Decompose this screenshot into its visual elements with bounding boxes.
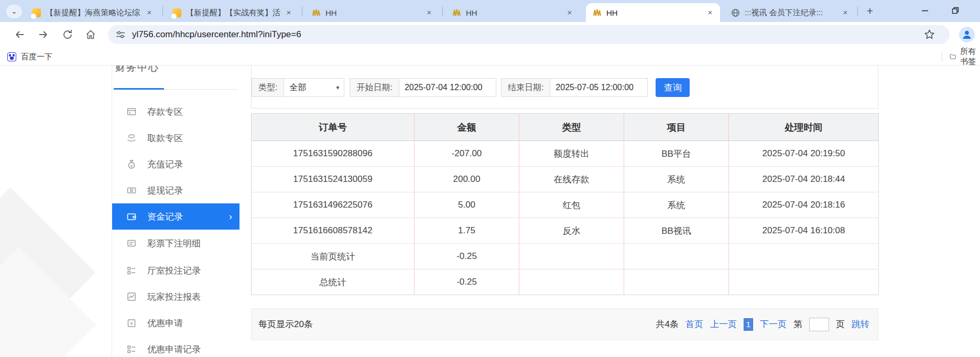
cell-project: BB视讯 [624, 218, 729, 244]
bookmarks-bar: 百度一下 所有书签 [0, 47, 980, 66]
table-row: 1751631524130059 200.00 在线存款 系统 2025-07-… [252, 167, 879, 192]
jump-suffix-label: 页 [836, 318, 845, 330]
sidebar-item-hall-bet-records[interactable]: 厅室投注记录 [112, 257, 239, 284]
tab-hh-2[interactable]: HH × [445, 3, 580, 22]
sidebar-item-funds-records[interactable]: 资金记录 › [112, 203, 239, 230]
close-icon[interactable]: × [565, 8, 574, 17]
new-tab-button[interactable]: + [863, 4, 877, 19]
back-button[interactable] [12, 27, 27, 42]
jump-page-input[interactable] [809, 318, 829, 331]
sidebar-item-label: 取款专区 [147, 132, 183, 144]
sidebar-title: 财务中心 [115, 66, 159, 74]
sidebar: 财务中心 存款专区 取款专区 ¥ [112, 66, 239, 357]
cell-amount: -0.25 [415, 244, 519, 269]
folder-icon [950, 52, 956, 61]
query-button[interactable]: 查询 [656, 78, 690, 97]
tab-search-button[interactable]: ⌄ [6, 5, 22, 18]
next-page-link[interactable]: 下一页 [760, 318, 787, 330]
type-select[interactable]: 全部 ▾ [284, 78, 344, 97]
tab-title: HH [466, 8, 562, 17]
minimize-button[interactable] [913, 0, 937, 21]
start-date-input[interactable] [399, 78, 496, 97]
tab-title: 【新提醒】海燕策略论坛综 [46, 8, 141, 18]
pagination-bar: 每页显示20条 共4条 首页 上一页 1 下一页 第 页 跳转 [251, 308, 878, 340]
forum-icon [172, 8, 181, 17]
back-icon [14, 29, 25, 40]
close-icon[interactable]: × [705, 8, 715, 17]
end-date-label: 结束日期: [501, 78, 550, 97]
cell-type: 反水 [519, 218, 624, 244]
tab-divider [302, 7, 302, 16]
hand-money-icon [126, 133, 137, 143]
minimize-icon [921, 6, 929, 15]
sidebar-item-recharge-records[interactable]: ¥ 充值记录 [112, 151, 239, 177]
list-detail-icon [126, 238, 137, 248]
bank-card-icon [126, 106, 137, 117]
sidebar-item-deposit-zone[interactable]: 存款专区 [112, 99, 239, 125]
sidebar-item-withdraw-zone[interactable]: 取款专区 [112, 125, 239, 151]
all-bookmarks-label: 所有书签 [960, 47, 980, 67]
cell-process-time: 2025-07-04 20:18:16 [729, 192, 879, 218]
close-icon[interactable]: × [284, 8, 293, 17]
all-bookmarks-button[interactable]: 所有书签 [942, 50, 980, 63]
home-button[interactable] [83, 27, 99, 42]
sidebar-item-label: 彩票下注明细 [147, 237, 201, 250]
tab-forum-1[interactable]: 【新提醒】海燕策略论坛综 × [25, 3, 159, 22]
cell-amount: 200.00 [415, 167, 519, 192]
type-label: 类型: [252, 78, 284, 97]
svg-text:¥: ¥ [130, 164, 133, 168]
table-row: 1751616608578142 1.75 反水 BB视讯 2025-07-04… [252, 218, 879, 244]
cell-project: BB平台 [624, 141, 729, 167]
sidebar-item-label: 提现记录 [147, 185, 183, 197]
tab-hh-active[interactable]: HH × [586, 3, 720, 22]
restore-icon [951, 6, 960, 15]
tab-strip: ⌄ 【新提醒】海燕策略论坛综 × 【新提醒】【实战有奖】活 × HH × HH [0, 0, 980, 22]
sidebar-item-label: 存款专区 [147, 106, 183, 118]
address-bar[interactable]: yl756.com/hhcp/usercenter.html?iniType=6 [108, 25, 950, 44]
tab-video-records[interactable]: :::视讯 会员下注纪录::: × [724, 3, 855, 22]
forward-icon [38, 29, 49, 40]
sidebar-item-promo-apply[interactable]: ¥ 优惠申请 [112, 310, 239, 336]
gold-icon [593, 8, 602, 17]
tab-divider [857, 7, 858, 16]
cell-amount: 5.00 [415, 192, 519, 218]
sidebar-item-promo-apply-records[interactable]: 优惠申请记录 [112, 336, 239, 357]
tab-divider [442, 7, 443, 16]
forward-button[interactable] [36, 27, 51, 42]
cell-project: 系统 [624, 192, 729, 218]
first-page-link[interactable]: 首页 [685, 318, 703, 330]
cell-process-time: 2025-07-04 20:19:50 [729, 141, 879, 167]
col-header-type: 类型 [519, 114, 624, 141]
close-icon[interactable]: × [424, 8, 434, 17]
sidebar-item-lottery-bet-detail[interactable]: 彩票下注明细 [112, 230, 239, 256]
bookmark-baidu[interactable]: 百度一下 [7, 50, 52, 63]
sidebar-item-label: 优惠申请记录 [147, 343, 201, 355]
close-icon[interactable]: × [145, 8, 154, 17]
profile-avatar[interactable] [959, 27, 975, 42]
close-icon[interactable]: × [841, 8, 850, 17]
reload-button[interactable] [60, 27, 75, 42]
restore-button[interactable] [943, 0, 967, 21]
cell-type: 额度转出 [519, 141, 624, 167]
sidebar-item-player-bet-report[interactable]: 玩家投注报表 [112, 284, 239, 310]
sidebar-item-withdrawal-records[interactable]: 提现记录 [112, 177, 239, 203]
forum-icon [32, 8, 41, 17]
jump-button[interactable]: 跳转 [852, 318, 869, 330]
baidu-paw-icon [7, 52, 16, 61]
prev-page-link[interactable]: 上一页 [710, 318, 737, 330]
cell-label: 总统计 [252, 269, 415, 295]
current-page-badge[interactable]: 1 [744, 318, 753, 331]
funds-records-table: 订单号 金额 类型 项目 处理时间 1751631590288096 -207.… [251, 113, 879, 295]
browser-toolbar: yl756.com/hhcp/usercenter.html?iniType=6 [0, 22, 980, 47]
gold-icon [312, 8, 321, 17]
bookmark-star-button[interactable] [924, 29, 935, 40]
tab-hh-1[interactable]: HH × [305, 3, 439, 22]
active-tab-underline [114, 88, 164, 90]
tab-title: 【新提醒】【实战有奖】活 [186, 8, 281, 18]
cell-amount: -207.00 [415, 141, 519, 167]
cell-type: 在线存款 [519, 167, 624, 192]
end-date-input[interactable] [550, 78, 648, 97]
sidebar-item-label: 充值记录 [147, 158, 183, 170]
tab-title: HH [325, 8, 421, 17]
tab-forum-2[interactable]: 【新提醒】【实战有奖】活 × [166, 3, 299, 22]
